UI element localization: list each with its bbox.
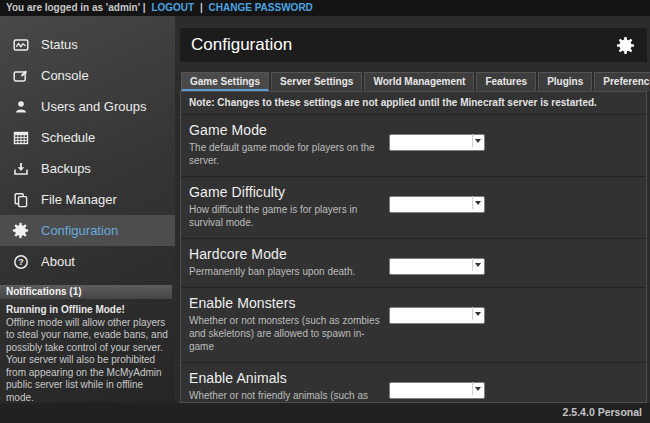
tab-plugins[interactable]: Plugins	[538, 72, 592, 91]
sidebar-item-backups[interactable]: Backups	[0, 153, 175, 184]
setting-description: Permanently ban players upon death.	[189, 265, 387, 278]
version-label: 2.5.4.0 Personal	[563, 406, 642, 418]
setting-description: How difficult the game is for players in…	[189, 203, 387, 229]
sidebar-item-label: Console	[41, 68, 89, 83]
notifications-panel: Notifications (1) Running in Offline Mod…	[0, 285, 175, 403]
sidebar-menu: Status Console Users and Groups Schedule	[0, 29, 175, 277]
notification-message: Running in Offline Mode! Offline mode wi…	[0, 299, 175, 403]
hardcore-mode-select-wrap	[389, 256, 485, 273]
sidebar-item-label: Backups	[41, 161, 91, 176]
setting-name: Enable Animals	[189, 370, 387, 386]
svg-text:?: ?	[18, 257, 24, 267]
sidebar: Status Console Users and Groups Schedule	[0, 16, 175, 403]
game-mode-select[interactable]	[389, 134, 485, 151]
main-content: Configuration Game Settings Server Setti…	[175, 16, 650, 403]
sidebar-item-about[interactable]: ? About	[0, 246, 175, 277]
notification-title: Running in Offline Mode!	[6, 304, 169, 317]
sidebar-item-configuration[interactable]: Configuration	[0, 215, 175, 246]
page-header: Configuration	[180, 28, 647, 62]
setting-name: Game Mode	[189, 122, 387, 138]
schedule-icon	[12, 129, 29, 146]
tab-game-settings[interactable]: Game Settings	[181, 72, 269, 91]
sidebar-item-label: Status	[41, 37, 78, 52]
enable-monsters-select-wrap	[389, 305, 485, 322]
help-icon: ?	[12, 253, 29, 270]
setting-game-difficulty: Game Difficulty How difficult the game i…	[181, 177, 646, 239]
tab-world-management[interactable]: World Management	[364, 72, 474, 91]
setting-description: Whether or not monsters (such as zombies…	[189, 314, 387, 353]
notifications-header: Notifications (1)	[0, 285, 172, 299]
setting-enable-animals: Enable Animals Whether or not friendly a…	[181, 363, 646, 403]
sidebar-item-users-and-groups[interactable]: Users and Groups	[0, 91, 175, 122]
change-password-link[interactable]: CHANGE PASSWORD	[209, 2, 313, 13]
sidebar-item-console[interactable]: Console	[0, 60, 175, 91]
setting-name: Enable Monsters	[189, 295, 387, 311]
setting-description: The default game mode for players on the…	[189, 141, 387, 167]
logout-link[interactable]: LOGOUT	[151, 2, 194, 13]
sidebar-item-label: Schedule	[41, 130, 95, 145]
enable-animals-select[interactable]	[389, 382, 485, 399]
sidebar-item-label: About	[41, 254, 75, 269]
sidebar-item-schedule[interactable]: Schedule	[0, 122, 175, 153]
game-mode-select-wrap	[389, 132, 485, 149]
notification-body-text: Offline mode will allow other players to…	[6, 317, 169, 404]
settings-panel: Note: Changes to these settings are not …	[180, 91, 647, 403]
settings-gear-icon[interactable]	[616, 36, 635, 55]
tab-features[interactable]: Features	[476, 72, 536, 91]
setting-enable-monsters: Enable Monsters Whether or not monsters …	[181, 288, 646, 363]
link-separator: |	[200, 2, 203, 13]
tab-server-settings[interactable]: Server Settings	[271, 72, 362, 91]
setting-name: Game Difficulty	[189, 184, 387, 200]
sidebar-item-label: Configuration	[41, 223, 118, 238]
gear-icon	[12, 222, 29, 239]
file-manager-icon	[12, 191, 29, 208]
hardcore-mode-select[interactable]	[389, 258, 485, 275]
config-tabs: Game Settings Server Settings World Mana…	[180, 72, 647, 91]
sidebar-item-label: File Manager	[41, 192, 117, 207]
setting-name: Hardcore Mode	[189, 246, 387, 262]
footer-bar: 2.5.4.0 Personal	[0, 403, 650, 423]
game-difficulty-select[interactable]	[389, 196, 485, 213]
top-bar: You are logged in as 'admin' | LOGOUT | …	[0, 0, 650, 16]
users-icon	[12, 98, 29, 115]
game-difficulty-select-wrap	[389, 194, 485, 211]
enable-animals-select-wrap	[389, 380, 485, 397]
logged-in-text: You are logged in as 'admin' |	[6, 2, 146, 13]
enable-monsters-select[interactable]	[389, 307, 485, 324]
status-icon	[12, 36, 29, 53]
backups-icon	[12, 160, 29, 177]
page-title: Configuration	[191, 35, 292, 55]
setting-description: Whether or not friendly animals (such as…	[189, 389, 387, 403]
sidebar-item-status[interactable]: Status	[0, 29, 175, 60]
tab-preferences[interactable]: Preferences	[594, 72, 650, 91]
restart-note: Note: Changes to these settings are not …	[181, 92, 646, 115]
setting-game-mode: Game Mode The default game mode for play…	[181, 115, 646, 177]
console-icon	[12, 67, 29, 84]
sidebar-item-file-manager[interactable]: File Manager	[0, 184, 175, 215]
setting-hardcore-mode: Hardcore Mode Permanently ban players up…	[181, 239, 646, 288]
sidebar-item-label: Users and Groups	[41, 99, 147, 114]
